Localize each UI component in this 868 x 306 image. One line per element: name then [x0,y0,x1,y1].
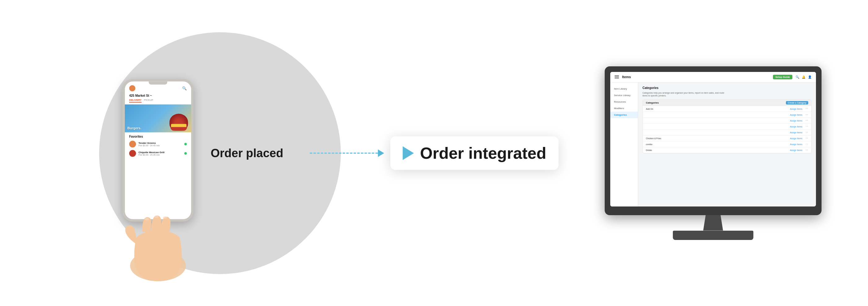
assign-items-link[interactable]: Assign Items [790,114,802,116]
categories-card-header: Categories Create a Category [643,100,811,106]
restaurant-sub: Fee $0.99 · 25-35 min [138,154,182,156]
order-placed-label: Order placed [211,146,283,160]
hero-text: Burgers. [127,126,141,130]
arrow-head [378,149,384,157]
assign-items-link[interactable]: Assign Items [790,126,802,128]
user-icon[interactable]: 👤 [808,75,812,79]
main-description: Categories help you arrange and organize… [643,91,729,98]
assign-items-link[interactable]: Assign Items [790,137,802,140]
order-integrated-bubble: Order integrated [390,136,559,170]
sidebar-item-service-library[interactable]: Service Library [610,92,638,99]
row-menu-dots[interactable]: ⋯ [805,119,808,122]
open-badge [184,152,187,155]
restaurant-info: Tender Greens Fee $0.99 · 34-45 min [138,141,182,146]
screen-topbar: Items Setup Guide 🔍 🔔 👤 [610,72,816,82]
play-icon [403,146,414,160]
phone-mockup: 🔍 425 Market St ~ DELIVERY PICKUP Burger… [122,79,194,221]
categories-card: Categories Create a Category Add On Assi… [643,99,812,154]
menu-line [615,78,619,78]
phone-notch [149,81,167,84]
restaurant-sub: Fee $0.99 · 34-45 min [138,144,182,146]
phone-screen: 🔍 425 Market St ~ DELIVERY PICKUP Burger… [125,81,191,219]
assign-items-link[interactable]: Assign Items [790,120,802,122]
phone-user-avatar [129,85,135,91]
assign-items-link[interactable]: Assign Items [790,149,802,151]
row-menu-dots[interactable]: ⋯ [805,131,808,134]
row-menu-dots[interactable]: ⋯ [805,143,808,146]
pickup-tab[interactable]: PICKUP [144,98,153,102]
monitor-screen: Items Setup Guide 🔍 🔔 👤 Item Library Ser… [610,72,816,206]
order-integrated-text: Order integrated [420,144,546,163]
restaurant-name: Chipotle Mexican Grill [138,151,182,154]
open-badge [184,143,187,145]
restaurant-info: Chipotle Mexican Grill Fee $0.99 · 25-35… [138,151,182,156]
menu-icon[interactable] [615,75,619,78]
setup-guide-button[interactable]: Setup Guide [773,75,793,79]
phone-hero-banner: Burgers. [125,104,191,132]
monitor-stand-neck [701,215,725,231]
screen-main: Categories Categories help you arrange a… [638,82,816,206]
list-item: Tender Greens Fee $0.99 · 34-45 min [125,139,191,148]
dashed-line [310,152,378,154]
table-row: Add On Assign Items ⋯ [643,106,811,112]
table-row: Assign Items ⋯ [643,130,811,136]
sidebar-item-item-library[interactable]: Item Library [610,86,638,92]
table-row: Drinks Assign Items ⋯ [643,147,811,153]
sidebar-item-categories[interactable]: Categories [610,112,638,118]
screen-body: Item Library Service Library Resources M… [610,82,816,206]
topbar-icons: 🔍 🔔 👤 [796,75,812,79]
category-name: combo [646,143,652,145]
categories-card-title: Categories [646,101,659,104]
phone-section-title: Favorites [125,132,191,139]
table-row: Assign Items ⋯ [643,124,811,130]
delivery-tab[interactable]: DELIVERY [129,98,142,102]
list-item: Chipotle Mexican Grill Fee $0.99 · 25-35… [125,148,191,158]
category-name: Drinks [646,149,652,151]
restaurant-name: Tender Greens [138,141,182,144]
monitor-bezel: Items Setup Guide 🔍 🔔 👤 Item Library Ser… [605,66,822,215]
menu-line [615,77,619,77]
topbar-title: Items [622,75,770,79]
row-menu-dots[interactable]: ⋯ [805,148,808,151]
main-heading: Categories [643,86,812,90]
monitor: Items Setup Guide 🔍 🔔 👤 Item Library Ser… [605,66,822,240]
screen-sidebar: Item Library Service Library Resources M… [610,82,638,206]
table-row: Assign Items ⋯ [643,112,811,118]
assign-items-link[interactable]: Assign Items [790,108,802,110]
restaurant-avatar [129,150,136,157]
category-name: Add On [646,108,653,110]
row-menu-dots[interactable]: ⋯ [805,125,808,128]
phone-delivery-tabs: DELIVERY PICKUP [125,98,191,104]
sidebar-item-resources[interactable]: Resources [610,99,638,105]
sidebar-item-modifiers[interactable]: Modifiers [610,105,638,112]
create-category-button[interactable]: Create a Category [786,101,808,105]
assign-items-link[interactable]: Assign Items [790,132,802,134]
row-menu-dots[interactable]: ⋯ [805,113,808,116]
phone-location: 425 Market St ~ [125,92,191,98]
order-placed-text: Order placed [211,146,283,159]
phone-search-icon: 🔍 [182,86,187,90]
hero-burger-image [169,113,188,131]
search-icon[interactable]: 🔍 [796,75,799,79]
assign-items-link[interactable]: Assign Items [790,143,802,145]
monitor-stand-base [673,231,753,240]
table-row: Chicken & Fries Assign Items ⋯ [643,136,811,141]
menu-line [615,75,619,76]
dashed-arrow [310,149,384,157]
row-menu-dots[interactable]: ⋯ [805,137,808,140]
row-menu-dots[interactable]: ⋯ [805,107,808,110]
restaurant-avatar [129,140,136,147]
bell-icon[interactable]: 🔔 [802,75,805,79]
category-name: Chicken & Fries [646,137,661,140]
table-row: combo Assign Items ⋯ [643,141,811,147]
table-row: Assign Items ⋯ [643,118,811,124]
